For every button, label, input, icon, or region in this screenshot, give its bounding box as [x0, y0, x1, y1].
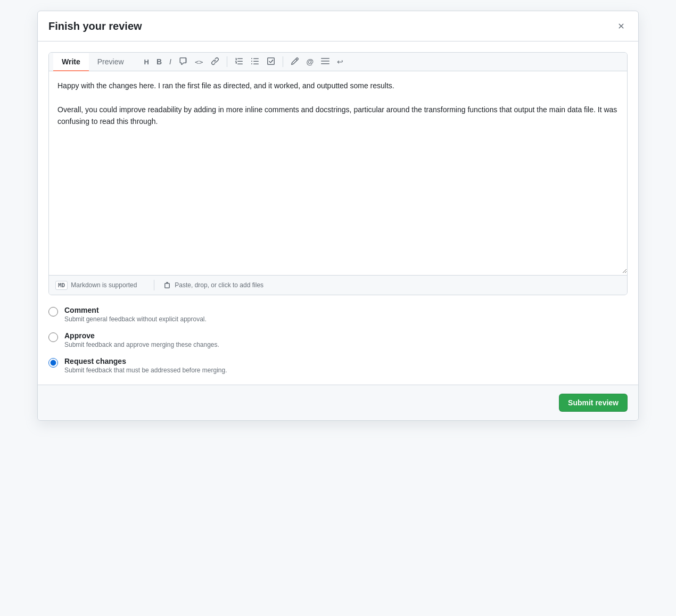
textarea-wrapper: Happy with the changes here. I ran the f…: [49, 71, 627, 275]
finish-review-dialog: Finish your review Write Preview H B: [37, 11, 639, 421]
quote-icon: [179, 57, 187, 66]
attach-icon: [291, 57, 299, 66]
desc-request-changes: Submit feedback that must be addressed b…: [64, 367, 227, 374]
mention-icon: @: [307, 58, 314, 65]
markdown-label: Markdown is supported: [71, 281, 137, 289]
radio-request-changes[interactable]: [48, 358, 58, 368]
option-approve[interactable]: Approve Submit feedback and approve merg…: [48, 331, 628, 348]
toolbar-divider-2: [283, 56, 283, 67]
toolbar-divider-1: [227, 56, 227, 67]
heading-icon: H: [144, 59, 149, 65]
markdown-badge: MD: [55, 281, 68, 290]
review-textarea[interactable]: Happy with the changes here. I ran the f…: [49, 71, 627, 273]
ordered-list-icon: [235, 57, 243, 66]
reference-button[interactable]: [318, 55, 333, 69]
radio-comment[interactable]: [48, 307, 58, 317]
editor-container: Write Preview H B I: [48, 52, 628, 295]
bold-icon: B: [156, 58, 162, 65]
dialog-title: Finish your review: [48, 20, 142, 32]
link-icon: [211, 57, 219, 66]
option-request-changes[interactable]: Request changes Submit feedback that mus…: [48, 357, 628, 374]
undo-button[interactable]: ↩: [334, 56, 347, 68]
editor-toolbar-row: Write Preview H B I: [49, 53, 627, 71]
label-comment: Comment: [64, 306, 207, 314]
italic-button[interactable]: I: [166, 56, 175, 68]
desc-comment: Submit general feedback without explicit…: [64, 315, 207, 323]
option-comment[interactable]: Comment Submit general feedback without …: [48, 306, 628, 323]
undo-icon: ↩: [337, 58, 343, 65]
attach-button[interactable]: [287, 55, 302, 69]
link-button[interactable]: [208, 55, 222, 69]
desc-approve: Submit feedback and approve merging thes…: [64, 341, 219, 348]
reference-icon: [321, 57, 329, 66]
tab-write[interactable]: Write: [53, 53, 89, 71]
file-hint[interactable]: Paste, drop, or click to add files: [163, 281, 263, 289]
submit-review-button[interactable]: Submit review: [559, 394, 628, 412]
footer-divider: [154, 280, 154, 290]
file-label: Paste, drop, or click to add files: [175, 281, 263, 289]
ordered-list-button[interactable]: [232, 55, 246, 69]
dialog-header: Finish your review: [38, 11, 638, 41]
label-request-changes: Request changes: [64, 357, 227, 365]
tab-preview[interactable]: Preview: [89, 53, 133, 71]
label-approve: Approve: [64, 331, 219, 340]
unordered-list-icon: [251, 57, 259, 66]
markdown-hint: MD Markdown is supported: [55, 281, 145, 290]
italic-icon: I: [169, 58, 171, 65]
unordered-list-button[interactable]: [248, 55, 262, 69]
radio-approve[interactable]: [48, 332, 58, 342]
review-options: Comment Submit general feedback without …: [48, 306, 628, 374]
task-list-button[interactable]: [263, 55, 278, 69]
task-list-icon: [267, 57, 275, 66]
editor-footer: MD Markdown is supported Paste, drop, or…: [49, 275, 627, 295]
mention-button[interactable]: @: [303, 56, 317, 68]
quote-button[interactable]: [176, 55, 191, 69]
close-button[interactable]: [615, 20, 628, 32]
code-button[interactable]: <>: [192, 56, 207, 68]
code-icon: <>: [195, 59, 203, 65]
dialog-body: Write Preview H B I: [38, 41, 638, 385]
heading-button[interactable]: H: [141, 56, 152, 68]
dialog-footer: Submit review: [38, 385, 638, 420]
bold-button[interactable]: B: [153, 56, 165, 68]
